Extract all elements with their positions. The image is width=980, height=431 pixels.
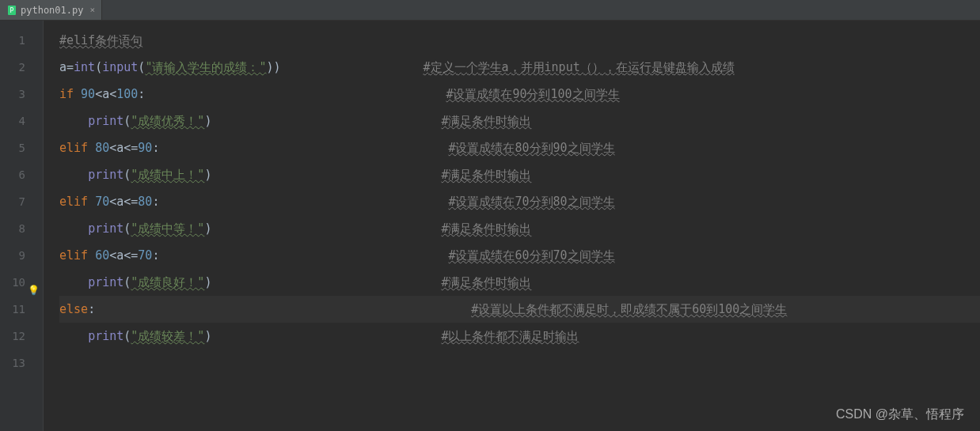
- line-number: 10💡: [0, 269, 43, 296]
- svg-text:P: P: [10, 7, 14, 14]
- code-line: if 90<a<100:#设置成绩在90分到100之间学生: [59, 81, 980, 108]
- code-line: print("成绩较差！")#以上条件都不满足时输出: [59, 323, 980, 350]
- line-number: 6: [0, 161, 43, 188]
- code-line: else:#设置以上条件都不满足时，即成绩不属于60到100之间学生: [59, 296, 980, 323]
- code-line: elif 70<a<=80:#设置成绩在70分到80之间学生: [59, 188, 980, 215]
- code-area[interactable]: #elif条件语句 a=int(input("请输入学生的成绩："))#定义一个…: [44, 21, 980, 431]
- code-line: print("成绩优秀！")#满足条件时输出: [59, 108, 980, 134]
- code-line: #elif条件语句: [59, 27, 980, 54]
- python-file-icon: P: [6, 5, 17, 16]
- tab-bar: P python01.py ×: [0, 0, 980, 21]
- line-number: 8: [0, 215, 43, 242]
- line-number: 9: [0, 242, 43, 269]
- code-line: print("成绩良好！")#满足条件时输出: [59, 269, 980, 296]
- tab-filename: python01.py: [21, 5, 83, 16]
- editor: 1 2 3 4 5 6 7 8 9 10💡 11 12 13 #elif条件语句…: [0, 21, 980, 431]
- line-number: 3: [0, 81, 43, 108]
- gutter: 1 2 3 4 5 6 7 8 9 10💡 11 12 13: [0, 21, 44, 431]
- code-line: a=int(input("请输入学生的成绩："))#定义一个学生a，并用inpu…: [59, 54, 980, 81]
- watermark: CSDN @杂草、悟程序: [836, 406, 964, 423]
- code-line: print("成绩中上！")#满足条件时输出: [59, 161, 980, 188]
- close-icon[interactable]: ×: [89, 5, 95, 15]
- line-number: 4: [0, 108, 43, 134]
- code-line: [59, 350, 980, 376]
- line-number: 2: [0, 54, 43, 81]
- code-line: print("成绩中等！")#满足条件时输出: [59, 215, 980, 242]
- line-number: 13: [0, 350, 43, 376]
- file-tab[interactable]: P python01.py ×: [0, 0, 102, 20]
- line-number: 7: [0, 188, 43, 215]
- line-number: 12: [0, 323, 43, 350]
- code-line: elif 80<a<=90:#设置成绩在80分到90之间学生: [59, 134, 980, 161]
- code-line: elif 60<a<=70:#设置成绩在60分到70之间学生: [59, 242, 980, 269]
- line-number: 5: [0, 134, 43, 161]
- line-number: 1: [0, 27, 43, 54]
- line-number: 11: [0, 296, 43, 323]
